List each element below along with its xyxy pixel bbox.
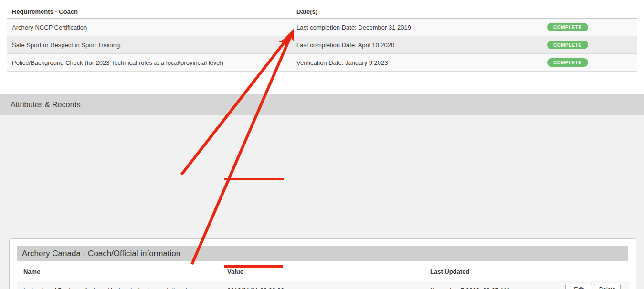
attribute-updated: November 7 2022, 09:37 AM [430, 286, 509, 289]
status-badge: COMPLETE [547, 23, 588, 31]
requirement-name: Safe Sport or Respect in Sport Training. [12, 41, 122, 49]
requirement-date: Verification Date: January 9 2023 [296, 59, 388, 66]
status-badge: COMPLETE [547, 41, 588, 49]
requirement-name: Police/Background Check (for 2023 Techni… [12, 59, 223, 66]
requirement-row: Archery NCCP Certification Last completi… [7, 19, 637, 36]
delete-button[interactable]: Delete [594, 284, 621, 289]
edit-button[interactable]: Edit [565, 284, 592, 289]
updated-column-header: Last Updated [430, 268, 469, 275]
attribute-row: Instructor of Beginner Archers (Archery)… [17, 281, 630, 289]
attributes-table-body: Instructor of Beginner Archers (Archery)… [17, 281, 630, 289]
attribute-value: 2019/01/01 00:00:00 [227, 286, 284, 289]
attributes-section: Archery Canada - Coach/Official informat… [0, 115, 644, 289]
card-title: Archery Canada - Coach/Official informat… [22, 246, 180, 261]
requirement-name: Archery NCCP Certification [12, 24, 87, 31]
attributes-table-header: Name Value Last Updated [17, 261, 630, 281]
name-column-header: Name [23, 268, 40, 275]
attributes-records-title: Attributes & Records [11, 94, 81, 115]
requirements-table-header: Requirements - Coach Date(s) [7, 4, 637, 19]
card-title-bar: Archery Canada - Coach/Official informat… [17, 246, 628, 261]
requirements-column-header: Requirements - Coach [12, 4, 78, 18]
requirement-row: Safe Sport or Respect in Sport Training.… [7, 36, 637, 54]
requirement-date: Last completion Date: December 31 2019 [296, 24, 411, 31]
attributes-records-bar: Attributes & Records [0, 94, 644, 115]
dates-column-header: Date(s) [296, 4, 317, 18]
value-column-header: Value [227, 268, 243, 275]
requirements-table-body: Archery NCCP Certification Last completi… [7, 19, 637, 72]
status-badge: COMPLETE [547, 58, 588, 67]
attributes-card: Archery Canada - Coach/Official informat… [9, 238, 636, 289]
requirements-table: Requirements - Coach Date(s) Archery NCC… [7, 4, 637, 72]
page: { "annotation_color": "#e9260f", "requir… [0, 0, 644, 289]
requirement-date: Last completion Date: April 10 2020 [296, 41, 394, 49]
requirement-row: Police/Background Check (for 2023 Techni… [7, 54, 637, 72]
attribute-name: Instructor of Beginner Archers (Archery)… [23, 286, 196, 289]
